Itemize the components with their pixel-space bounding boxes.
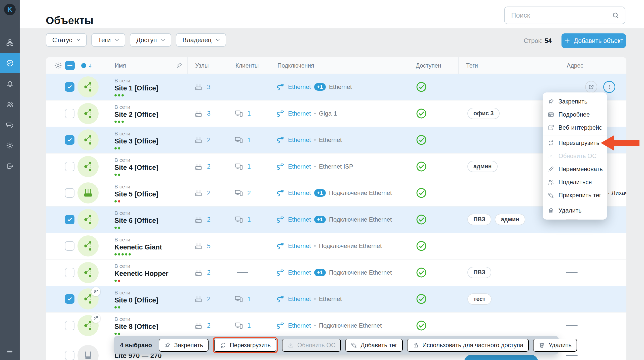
connection-primary-link[interactable]: Ethernet — [288, 189, 311, 196]
object-name[interactable]: Site 1 [Office] — [114, 84, 158, 92]
connection-more-badge[interactable]: +1 — [314, 269, 326, 276]
object-name[interactable]: Site 4 [Office] — [114, 164, 158, 172]
row-checkbox[interactable] — [65, 351, 74, 360]
sidebar-item-sites[interactable] — [0, 32, 20, 53]
tag-chip[interactable]: ПВЗ — [467, 267, 491, 278]
object-name[interactable]: Site 0 [Office] — [114, 296, 158, 304]
nodes-count[interactable]: 3 — [207, 83, 211, 91]
row-checkbox[interactable] — [65, 109, 74, 118]
row-menu-button-active[interactable] — [603, 81, 615, 93]
connection-primary-link[interactable]: Ethernet — [288, 269, 311, 276]
row-checkbox[interactable] — [65, 162, 74, 171]
context-menu-item-2[interactable]: Веб-интерфейс — [543, 121, 607, 134]
nodes-count[interactable]: 5 — [207, 242, 211, 250]
nodes-count[interactable]: 3 — [207, 110, 211, 117]
column-header-available[interactable]: Доступен — [416, 62, 441, 69]
row-checkbox[interactable] — [65, 135, 74, 145]
search-box[interactable] — [504, 7, 625, 24]
sidebar-item-notifications[interactable] — [0, 73, 20, 94]
tag-chip[interactable]: тест — [467, 293, 492, 305]
row-checkbox[interactable] — [65, 215, 74, 224]
bulk-button-0[interactable]: Закрепить — [159, 339, 209, 352]
connection-more-badge[interactable]: +1 — [314, 83, 326, 91]
tag-chip[interactable]: ПВЗ — [467, 214, 491, 225]
context-menu-item-0[interactable]: Закрепить — [543, 95, 607, 108]
nodes-count[interactable]: 2 — [207, 163, 211, 170]
tag-chip[interactable]: админ — [467, 161, 498, 172]
nodes-count[interactable]: 2 — [207, 136, 211, 144]
filter-button-0[interactable]: Статус — [46, 33, 87, 47]
row-checkbox[interactable] — [65, 294, 74, 304]
connection-primary-link[interactable]: Ethernet — [288, 83, 311, 90]
connection-primary-link[interactable]: Ethernet — [288, 110, 311, 117]
object-name[interactable]: Site 6 [Office] — [114, 217, 158, 225]
connection-primary-link[interactable]: Ethernet — [288, 295, 311, 302]
context-menu-item-8[interactable]: Удалить — [543, 204, 607, 217]
sidebar-item-logout[interactable] — [0, 156, 20, 176]
column-header-tags[interactable]: Теги — [466, 62, 478, 69]
connection-primary-link[interactable]: Ethernet — [288, 216, 311, 223]
search-input[interactable] — [511, 11, 612, 20]
add-object-button[interactable]: Добавить объект — [561, 33, 626, 48]
filter-button-3[interactable]: Владелец — [176, 33, 226, 47]
row-checkbox[interactable] — [65, 82, 74, 92]
nodes-count[interactable]: 2 — [207, 269, 211, 276]
nodes-count[interactable]: 2 — [207, 322, 211, 329]
clients-count[interactable]: 1 — [247, 136, 251, 144]
object-name[interactable]: Keenetic Hopper — [114, 270, 169, 278]
table-settings-gear-icon[interactable] — [54, 62, 62, 70]
clients-count[interactable]: 1 — [247, 163, 251, 170]
sidebar-item-support-chat[interactable] — [0, 115, 20, 135]
sidebar-item-dashboard[interactable] — [0, 53, 20, 73]
clients-count[interactable]: 1 — [247, 322, 251, 329]
column-header-connections[interactable]: Подключения — [277, 62, 314, 69]
context-menu-item-6[interactable]: Поделиться — [543, 176, 607, 189]
bulk-button-5[interactable]: Удалить — [533, 339, 577, 352]
connection-primary-link[interactable]: Ethernet — [288, 322, 311, 329]
sidebar-item-users[interactable] — [0, 94, 20, 115]
connection-primary-link[interactable]: Ethernet — [288, 136, 311, 143]
app-logo[interactable]: K — [4, 4, 16, 15]
object-name[interactable]: Site 8 [Office] — [114, 323, 158, 331]
clients-count[interactable]: 2 — [247, 189, 251, 197]
context-menu-item-5[interactable]: Переименовать — [543, 163, 607, 176]
object-name[interactable]: Site 2 [Office] — [114, 111, 158, 119]
bulk-button-3[interactable]: Добавить тег — [345, 339, 403, 352]
row-checkbox[interactable] — [65, 268, 74, 277]
status-sort-indicator[interactable] — [81, 63, 93, 69]
bulk-button-4[interactable]: Использовать для частного доступа — [407, 339, 529, 352]
object-name[interactable]: Site 3 [Office] — [114, 137, 158, 145]
connection-more-badge[interactable]: +1 — [314, 216, 326, 223]
nodes-count[interactable]: 2 — [207, 295, 211, 303]
column-header-clients[interactable]: Клиенты — [235, 62, 259, 69]
tag-chip[interactable]: офис 3 — [467, 108, 500, 119]
select-all-checkbox-indeterminate[interactable] — [65, 61, 75, 70]
row-checkbox[interactable] — [65, 321, 74, 330]
web-interface-button[interactable] — [585, 81, 597, 93]
object-name[interactable]: Keenetic Giant — [114, 243, 162, 251]
nodes-count[interactable]: 2 — [207, 216, 211, 223]
connection-more-badge[interactable]: +1 — [314, 189, 326, 197]
collapse-menu-button[interactable] — [0, 346, 20, 357]
column-pin-icon[interactable] — [176, 62, 183, 69]
column-header-address[interactable]: Адрес — [567, 62, 583, 69]
row-checkbox[interactable] — [65, 241, 74, 251]
clients-count[interactable]: 1 — [247, 295, 251, 303]
context-menu-item-7[interactable]: Прикрепить тег — [543, 189, 607, 202]
clients-count[interactable]: 1 — [247, 216, 251, 223]
bulk-button-1[interactable]: Перезагрузить — [214, 339, 276, 352]
connection-primary-link[interactable]: Ethernet — [288, 242, 311, 249]
connection-primary-link[interactable]: Ethernet — [288, 163, 311, 170]
partial-blue-button[interactable] — [464, 355, 538, 360]
column-header-nodes[interactable]: Узлы — [195, 62, 209, 69]
row-checkbox[interactable] — [65, 188, 74, 198]
tag-chip[interactable]: админ — [495, 214, 525, 225]
context-menu-item-1[interactable]: Подробнее — [543, 108, 607, 121]
sidebar-item-settings[interactable] — [0, 135, 20, 156]
column-header-name[interactable]: Имя — [115, 62, 126, 69]
context-menu-item-3[interactable]: Перезагрузить — [543, 136, 607, 149]
filter-button-1[interactable]: Теги — [91, 33, 125, 47]
nodes-count[interactable]: 2 — [207, 189, 211, 197]
object-name[interactable]: Site 5 [Office] — [114, 190, 158, 198]
clients-count[interactable]: 1 — [247, 110, 251, 117]
